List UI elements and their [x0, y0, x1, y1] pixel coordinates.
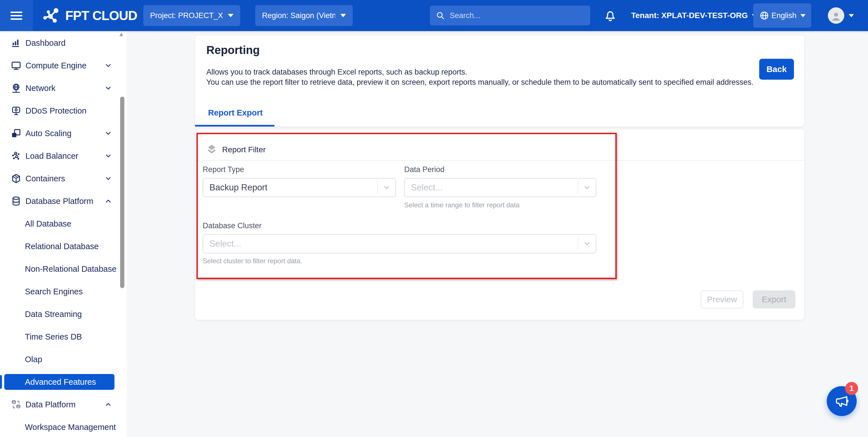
region-selector[interactable]: Region: Saigon (Vietn... — [255, 5, 353, 26]
sidebar-item-label: Database Platform — [25, 197, 93, 206]
data-period-label: Data Period — [404, 165, 444, 174]
tab-report-export[interactable]: Report Export — [195, 101, 274, 127]
loadbalancer-icon — [11, 150, 22, 161]
sidebar-item-non-relational-database[interactable]: Non-Relational Database — [0, 258, 127, 280]
ddos-icon — [11, 105, 22, 116]
sidebar-item-label: Auto Scaling — [25, 129, 71, 138]
sidebar-item-compute-engine[interactable]: Compute Engine — [0, 54, 127, 77]
data-period-placeholder: Select... — [411, 182, 578, 193]
search-input[interactable] — [450, 11, 585, 20]
brand-logo-text: FPT CLOUD — [65, 8, 137, 23]
sidebar-item-label: Network — [25, 83, 55, 93]
sidebar-item-advanced-features[interactable]: Advanced Features — [4, 374, 115, 390]
sidebar-item-database-platform[interactable]: Database Platform — [0, 190, 127, 212]
chevron-up-icon — [104, 197, 113, 205]
language-selector-label: English — [771, 11, 797, 20]
report-type-select[interactable]: Backup Report — [203, 178, 396, 197]
sidebar-item-data-streaming[interactable]: Data Streaming — [0, 303, 127, 326]
database-cluster-placeholder: Select... — [210, 239, 578, 249]
select-divider — [578, 238, 578, 250]
sidebar-item-label: Non-Relational Database — [25, 264, 117, 274]
autoscaling-icon — [11, 128, 22, 139]
megaphone-icon — [834, 393, 849, 409]
notification-badge: 1 — [845, 382, 858, 395]
report-type-label: Report Type — [203, 165, 244, 174]
project-selector-label: Project: PROJECT_XPL... — [150, 11, 223, 20]
tenant-selector[interactable]: Tenant: XPLAT-DEV-TEST-ORG — [631, 0, 757, 31]
global-search — [430, 6, 590, 26]
notifications-button[interactable] — [602, 7, 618, 24]
project-selector[interactable]: Project: PROJECT_XPL... — [143, 5, 240, 26]
page-description: Allows you to track databases through Ex… — [206, 67, 753, 87]
sidebar-item-olap[interactable]: Olap — [0, 348, 127, 371]
sidebar-item-time-series-db[interactable]: Time Series DB — [0, 326, 127, 348]
report-filter-card: Report Filter Report Type Backup Report … — [195, 129, 804, 320]
preview-button[interactable]: Preview — [701, 291, 743, 308]
sidebar: ▲ DashboardCompute EngineNetworkDDoS Pro… — [0, 31, 127, 437]
sidebar-item-label: Olap — [25, 355, 42, 364]
sidebar-item-dashboard[interactable]: Dashboard — [0, 32, 127, 54]
chevron-down-icon — [583, 240, 591, 248]
sidebar-item-relational-database[interactable]: Relational Database — [0, 235, 127, 258]
database-cluster-select[interactable]: Select... — [203, 234, 596, 254]
select-divider — [377, 181, 378, 194]
dashboard-icon — [11, 38, 22, 48]
sidebar-item-load-balancer[interactable]: Load Balancer — [0, 145, 127, 167]
top-navbar: FPT CLOUD Project: PROJECT_XPL... Region… — [0, 0, 868, 31]
dataplatform-icon — [11, 399, 22, 410]
hamburger-icon — [10, 10, 22, 22]
globe-icon — [759, 10, 770, 21]
compute-icon — [11, 60, 22, 71]
sidebar-item-label: Data Streaming — [25, 310, 82, 319]
sidebar-item-label: Load Balancer — [25, 152, 78, 161]
data-period-select[interactable]: Select... — [404, 178, 596, 197]
language-selector[interactable]: English — [753, 3, 811, 28]
section-divider — [195, 160, 804, 161]
back-button[interactable]: Back — [759, 59, 794, 80]
caret-down-icon — [228, 14, 234, 17]
chevron-down-icon — [104, 174, 113, 183]
sidebar-item-label: Advanced Features — [25, 377, 96, 387]
sidebar-item-label: Containers — [25, 174, 65, 183]
chevron-down-icon — [104, 84, 113, 92]
sidebar-item-containers[interactable]: Containers — [0, 167, 127, 190]
brand-logo: FPT CLOUD — [40, 0, 137, 31]
fpt-cloud-logo-icon — [40, 4, 62, 27]
person-icon — [830, 10, 842, 23]
database-cluster-helper: Select cluster to filter report data. — [203, 257, 302, 265]
sidebar-item-data-platform[interactable]: Data Platform — [0, 393, 127, 416]
sidebar-item-ddos-protection[interactable]: DDoS Protection — [0, 99, 127, 122]
sidebar-item-all-database[interactable]: All Database — [0, 212, 127, 235]
sidebar-scrollbar-thumb[interactable] — [120, 97, 124, 288]
chevron-down-icon — [104, 152, 113, 160]
layers-icon — [205, 143, 218, 156]
sidebar-item-auto-scaling[interactable]: Auto Scaling — [0, 122, 127, 145]
database-icon — [11, 196, 22, 206]
user-menu[interactable] — [828, 0, 854, 31]
sidebar-item-label: Relational Database — [25, 242, 99, 251]
page-description-line1: Allows you to track databases through Ex… — [206, 67, 753, 77]
sidebar-item-label: Data Platform — [25, 400, 75, 409]
sidebar-item-label: All Database — [25, 219, 71, 229]
search-icon — [436, 11, 445, 20]
sidebar-item-network[interactable]: Network — [0, 77, 127, 99]
region-selector-label: Region: Saigon (Vietn... — [262, 11, 335, 20]
report-type-value: Backup Report — [210, 182, 377, 193]
page-description-line2: You can use the report filter to retriev… — [206, 77, 753, 87]
tenant-selector-label: Tenant: XPLAT-DEV-TEST-ORG — [631, 11, 748, 20]
sidebar-item-label: Workspace Management — [25, 423, 116, 432]
sidebar-item-label: Search Engines — [25, 287, 83, 296]
bell-icon — [603, 8, 618, 23]
caret-down-icon — [849, 14, 854, 17]
caret-down-icon — [801, 14, 806, 17]
sidebar-item-label: Time Series DB — [25, 332, 82, 341]
reporting-card: Reporting Allows you to track databases … — [195, 35, 804, 127]
caret-down-icon — [340, 14, 346, 17]
sidebar-item-workspace-management[interactable]: Workspace Management — [0, 416, 127, 437]
sidebar-nav: DashboardCompute EngineNetworkDDoS Prote… — [0, 32, 127, 437]
export-button[interactable]: Export — [753, 291, 795, 308]
chevron-down-icon — [583, 183, 591, 192]
sidebar-item-label: Compute Engine — [25, 61, 87, 70]
sidebar-item-search-engines[interactable]: Search Engines — [0, 280, 127, 303]
menu-button[interactable] — [0, 0, 33, 31]
